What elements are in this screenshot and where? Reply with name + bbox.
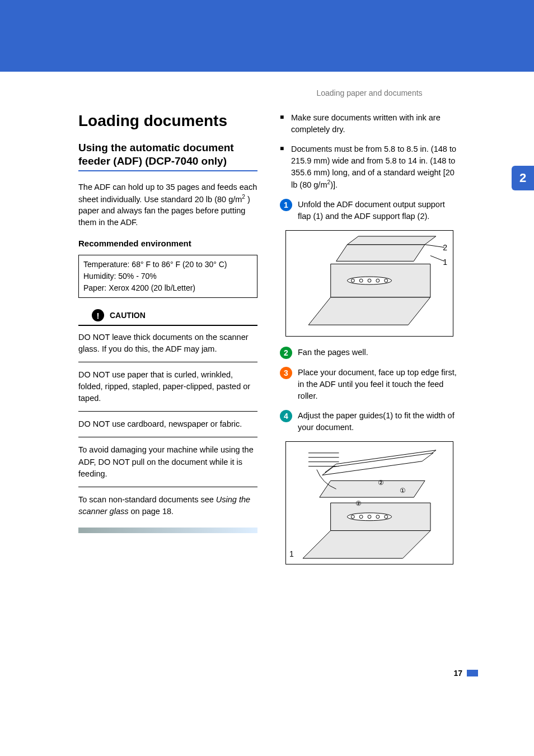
recommended-env-heading: Recommended environment bbox=[78, 239, 257, 248]
step-2-marker: 2 bbox=[280, 347, 292, 359]
fig2-marker-2: ② bbox=[378, 479, 384, 487]
fig2-marker-1: ① bbox=[400, 487, 406, 494]
svg-marker-12 bbox=[303, 531, 430, 559]
svg-marker-0 bbox=[308, 297, 430, 325]
svg-marker-14 bbox=[320, 480, 425, 497]
svg-line-5 bbox=[430, 255, 444, 261]
top-banner bbox=[0, 0, 534, 72]
caution-icon: ! bbox=[92, 309, 104, 321]
svg-marker-2 bbox=[336, 245, 425, 262]
left-column: Loading documents Using the automatic do… bbox=[78, 112, 257, 575]
step-4: 4 Adjust the paper guides(1) to fit the … bbox=[280, 410, 459, 433]
content-area: Loading documents Using the automatic do… bbox=[78, 112, 470, 575]
step-3-text: Place your document, face up top edge fi… bbox=[298, 367, 459, 402]
caution-item-5: To scan non-standard documents see Using… bbox=[78, 494, 257, 524]
chapter-tab: 2 bbox=[512, 166, 534, 190]
right-column: Make sure documents written with ink are… bbox=[280, 112, 459, 575]
adf-intro: The ADF can hold up to 35 pages and feed… bbox=[78, 181, 257, 229]
svg-point-21 bbox=[347, 513, 391, 521]
bullet-dimensions: Documents must be from 5.8 to 8.5 in. (1… bbox=[280, 143, 459, 191]
figure-paper-guides: ② ① ② 1 bbox=[285, 441, 453, 564]
caution-header: ! CAUTION bbox=[78, 306, 257, 326]
caution-end-bar bbox=[78, 528, 257, 533]
fig1-label-1: 1 bbox=[443, 258, 447, 267]
svg-marker-3 bbox=[347, 236, 435, 245]
caution-item-4: To avoid damaging your machine while usi… bbox=[78, 444, 257, 487]
bullet2-b: )]. bbox=[330, 180, 338, 189]
env-paper: Paper: Xerox 4200 (20 lb/Letter) bbox=[83, 282, 252, 294]
caution-ref-b: on page 18. bbox=[128, 507, 174, 516]
bullet-ink-dry: Make sure documents written with ink are… bbox=[280, 112, 459, 136]
step-2-text: Fan the pages well. bbox=[298, 347, 368, 359]
step-3-marker: 3 bbox=[280, 367, 292, 379]
svg-text:②: ② bbox=[355, 500, 362, 507]
caution-ref-a: To scan non-standard documents see bbox=[78, 495, 216, 504]
figure-adf-flaps: 2 1 bbox=[285, 230, 453, 337]
step-2: 2 Fan the pages well. bbox=[280, 347, 459, 359]
page-title: Loading documents bbox=[78, 112, 257, 130]
step-3: 3 Place your document, face up top edge … bbox=[280, 367, 459, 402]
env-temperature: Temperature: 68° F to 86° F (20 to 30° C… bbox=[83, 259, 252, 270]
fig1-label-2: 2 bbox=[443, 243, 447, 252]
fig2-label-1: 1 bbox=[289, 549, 294, 558]
step-4-marker: 4 bbox=[280, 410, 292, 422]
bullet2-a: Documents must be from 5.8 to 8.5 in. (1… bbox=[291, 144, 456, 189]
running-head: Loading paper and documents bbox=[269, 88, 470, 97]
step-1-marker: 1 bbox=[280, 199, 292, 211]
caution-label: CAUTION bbox=[110, 311, 146, 320]
figure-2-svg: ② ① ② bbox=[286, 442, 453, 564]
caution-item-3: DO NOT use cardboard, newspaper or fabri… bbox=[78, 418, 257, 437]
intro-part-a: The ADF can hold up to 35 pages and feed… bbox=[78, 183, 257, 204]
caution-item-2: DO NOT use paper that is curled, wrinkle… bbox=[78, 369, 257, 412]
page-number: 17 bbox=[453, 669, 462, 678]
step-1: 1 Unfold the ADF document output support… bbox=[280, 199, 459, 222]
environment-box: Temperature: 68° F to 86° F (20 to 30° C… bbox=[78, 255, 257, 298]
section-heading-adf: Using the automatic document feeder (ADF… bbox=[78, 141, 257, 171]
env-humidity: Humidity: 50% - 70% bbox=[83, 270, 252, 282]
page-number-box bbox=[467, 670, 478, 676]
bullet-list: Make sure documents written with ink are… bbox=[280, 112, 459, 191]
page-number-wrap: 17 bbox=[453, 669, 478, 678]
svg-line-4 bbox=[425, 245, 444, 248]
step-1-text: Unfold the ADF document output support f… bbox=[298, 199, 459, 222]
step-4-text: Adjust the paper guides(1) to fit the wi… bbox=[298, 410, 459, 433]
figure-1-svg bbox=[286, 231, 453, 336]
caution-item-1: DO NOT leave thick documents on the scan… bbox=[78, 332, 257, 362]
svg-point-6 bbox=[347, 277, 391, 284]
